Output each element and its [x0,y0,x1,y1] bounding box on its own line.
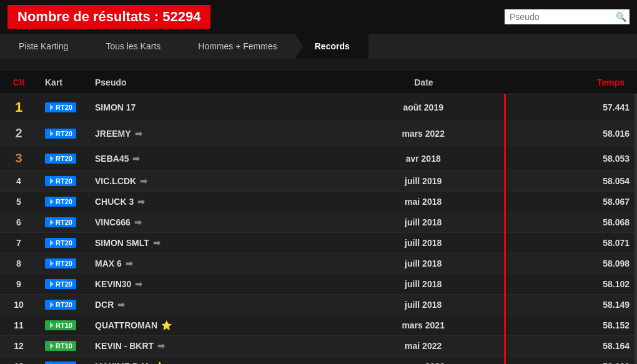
rank-value: 11 [14,320,24,330]
kart-arrow-icon [50,322,54,328]
pseudo-name: MAX 6 [95,258,122,268]
pseudo-name: SIMON SMLT [95,238,149,248]
kart-arrow-icon [50,219,54,225]
nav-item-genre[interactable]: Hommes + Femmes [179,34,295,59]
pseudo-cell: KEVIN30➡ [87,274,342,295]
pseudo-icon[interactable]: ➡ [135,129,142,139]
kart-cell: RT20 [37,121,87,146]
kart-cell: RT20 [37,357,87,365]
kart-arrow-icon [50,178,54,184]
kart-cell: RT10 [37,336,87,357]
kart-badge: RT10 [45,320,76,330]
rank-cell: 1 [0,94,37,121]
search-input[interactable] [510,12,616,22]
table-row: 12 RT10 KEVIN - BKRT➡mai 202258.164 [0,336,637,357]
col-header-pseudo: Pseudo [87,71,342,94]
rank-value: 12 [14,341,24,351]
pseudo-cell: JREEMY➡ [87,121,342,146]
col-header-temps: Temps [505,71,637,94]
pseudo-icon[interactable]: ➡ [134,217,142,227]
nav-item-records[interactable]: Records [296,34,368,59]
col-header-date: Date [342,71,505,94]
rank-cell: 5 [0,192,37,212]
pseudo-name: KEVIN - BKRT [95,341,154,351]
kart-badge: RT20 [45,279,76,289]
kart-cell: RT20 [37,274,87,295]
pseudo-icon[interactable]: ➡ [153,238,160,248]
date-cell: mai 2022 [342,336,505,357]
pseudo-icon[interactable]: ➡ [126,258,133,268]
pseudo-name: JREEMY [95,129,131,139]
pseudo-cell: QUATTROMAN⭐ [87,315,342,336]
pseudo-cell: MAXIME D.M.⭐ [87,357,342,365]
kart-arrow-icon [50,240,54,246]
date-cell: juill 2018 [342,295,505,315]
pseudo-cell: SIMON SMLT➡ [87,233,342,253]
pseudo-icon[interactable]: ➡ [157,341,165,351]
rank-value: 7 [16,238,21,248]
pseudo-cell: MAX 6➡ [87,253,342,274]
table-row: 11 RT10 QUATTROMAN⭐mars 202158.152 [0,315,637,336]
temps-cell: 58.102 [505,274,637,295]
date-cell: juill 2018 [342,233,505,253]
kart-badge: RT10 [45,341,76,351]
pseudo-cell: CHUCK 3➡ [87,192,342,212]
kart-cell: RT20 [37,253,87,274]
kart-arrow-icon [50,130,54,137]
pseudo-name: MAXIME D.M. [95,362,151,364]
kart-arrow-icon [50,104,54,111]
rank-cell: 7 [0,233,37,253]
temps-cell: 58.016 [505,121,637,146]
kart-badge: RT20 [45,362,76,364]
kart-arrow-icon [50,155,54,162]
table-row: 5 RT20 CHUCK 3➡mai 201858.067 [0,192,637,212]
kart-arrow-icon [50,260,54,267]
kart-badge: RT20 [45,129,76,139]
temps-cell: 58.098 [505,253,637,274]
kart-badge: RT20 [45,102,76,112]
rank-value: 3 [15,151,22,165]
pseudo-cell: VIC.LCDK➡ [87,171,342,192]
date-cell: août 2019 [342,94,505,121]
temps-cell: 58.169 [505,357,637,365]
temps-cell: 58.071 [505,233,637,253]
pseudo-icon[interactable]: ➡ [140,176,147,186]
col-header-clt: Clt [0,71,37,94]
search-box: 🔍 [505,9,630,24]
pseudo-name: VIC.LCDK [95,176,136,186]
kart-badge: RT20 [45,258,76,268]
nav-bar: Piste Karting Tous les Karts Hommes + Fe… [0,34,637,59]
date-cell: juill 2018 [342,253,505,274]
pseudo-icon-star[interactable]: ⭐ [161,320,172,330]
rank-value: 8 [16,258,21,268]
pseudo-icon[interactable]: ➡ [132,154,140,164]
kart-cell: RT20 [37,233,87,253]
temps-cell: 58.053 [505,146,637,171]
rank-cell: 13 [0,357,37,365]
rank-cell: 9 [0,274,37,295]
pseudo-icon[interactable]: ➡ [135,279,142,289]
nav-item-karts[interactable]: Tous les Karts [87,34,179,59]
pseudo-icon[interactable]: ➡ [117,300,125,310]
pseudo-icon-star[interactable]: ⭐ [154,362,165,364]
kart-arrow-icon [50,281,54,287]
nav-item-piste[interactable]: Piste Karting [0,34,87,59]
pseudo-cell: SIMON 17 [87,94,342,121]
rank-value: 9 [16,279,21,289]
pseudo-name: SEBA45 [95,154,129,164]
pseudo-icon[interactable]: ➡ [137,197,145,207]
kart-badge: RT20 [45,238,76,248]
col-header-kart: Kart [37,71,87,94]
table-body: 1 RT20 SIMON 17août 201957.4412 RT20 JRE… [0,94,637,365]
rank-value: 2 [15,126,22,140]
kart-cell: RT20 [37,171,87,192]
date-cell: avr 2018 [342,146,505,171]
date-cell: juill 2018 [342,212,505,233]
date-cell: juill 2019 [342,171,505,192]
pseudo-name: KEVIN30 [95,279,131,289]
kart-cell: RT20 [37,192,87,212]
content-area: Clt Kart Pseudo Date Temps 1 RT20 SIMON … [0,59,637,364]
kart-cell: RT20 [37,146,87,171]
rank-value: 5 [16,197,21,207]
table-row: 8 RT20 MAX 6➡juill 201858.098 [0,253,637,274]
